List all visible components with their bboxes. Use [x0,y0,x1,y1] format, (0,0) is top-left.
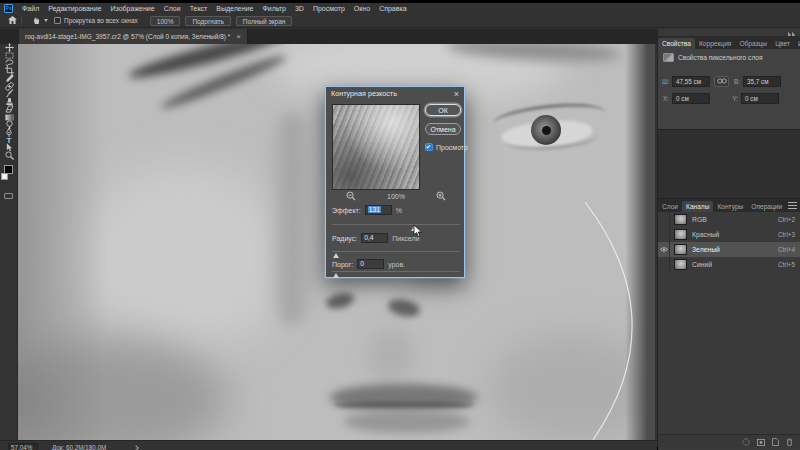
dialog-preview-image[interactable] [332,104,420,190]
threshold-input[interactable]: 0 [357,259,384,269]
panel-menu-icon[interactable] [788,202,797,209]
cancel-button[interactable]: Отмена [425,123,461,135]
status-bar: 57,04% Док: 60,2M/180,0M [0,440,657,450]
eye-icon[interactable] [658,242,670,257]
menu-layers[interactable]: Слои [164,5,181,12]
color-swatches [0,165,18,187]
zoom-100-button[interactable]: 100% [150,16,181,26]
background-color-swatch[interactable] [1,173,8,180]
marquee-tool[interactable] [0,52,18,60]
document-tab-bar: roq-avdl14-stage1-IMG_3957.cr2 @ 57% (Сл… [0,29,657,44]
zoom-tool[interactable] [0,152,18,160]
app-root: Ps Файл Редактирование Изображение Слои … [0,3,800,444]
new-channel-icon[interactable] [772,432,779,450]
channel-name: RGB [692,216,707,223]
channel-thumbnail [674,259,687,270]
properties-header: Свойства пиксельного слоя [678,54,763,61]
menu-file[interactable]: Файл [22,5,39,12]
dialog-title-bar[interactable]: Контурная резкость × [326,87,464,100]
properties-tab-bar: Свойства Коррекция Образцы Цвет История [658,36,800,49]
amount-unit: % [396,207,402,214]
home-icon[interactable] [8,16,17,25]
height-label: В: [733,78,740,85]
channel-row-rgb[interactable]: RGB Ctrl+2 [658,212,800,227]
move-tool[interactable] [0,44,18,52]
eraser-tool[interactable] [0,106,18,114]
visibility-cell[interactable] [658,212,670,227]
menu-view[interactable]: Просмотр [313,5,345,12]
status-chevron-icon[interactable] [134,445,140,450]
tab-properties[interactable]: Свойства [658,38,695,49]
menu-filter[interactable]: Фильтр [262,5,286,12]
status-zoom-field[interactable]: 57,04% [8,443,38,450]
channel-thumbnail [674,214,687,225]
photoshop-window: Ps Файл Редактирование Изображение Слои … [0,0,800,450]
x-label: X: [662,95,669,102]
visibility-cell[interactable] [658,227,670,242]
channel-thumbnail [674,244,687,255]
dialog-close-icon[interactable]: × [454,89,459,99]
scroll-all-windows-checkbox[interactable] [54,17,61,24]
tab-actions[interactable]: Операции [747,201,786,212]
channel-shortcut: Ctrl+4 [778,246,795,253]
tab-color[interactable]: Цвет [771,38,794,49]
channel-row-blue[interactable]: Синий Ctrl+5 [658,257,800,272]
zoom-out-icon[interactable] [346,191,356,201]
link-dimensions-icon[interactable] [714,76,729,87]
ok-button[interactable]: ОК [425,104,461,116]
tab-swatches[interactable]: Образцы [735,38,771,49]
menu-window[interactable]: Окно [354,5,370,12]
menu-3d[interactable]: 3D [295,5,304,12]
amount-value: 131 [368,206,381,213]
amount-slider[interactable] [332,223,460,231]
load-selection-icon[interactable] [742,432,750,450]
tab-adjustments[interactable]: Коррекция [695,38,735,49]
radius-slider-handle[interactable] [333,253,339,258]
zoom-in-icon[interactable] [436,191,446,201]
chevron-down-icon[interactable] [44,19,48,22]
hand-tool-icon[interactable] [32,16,41,26]
amount-input[interactable]: 131 [365,205,392,215]
dialog-title: Контурная резкость [331,89,397,98]
threshold-slider[interactable] [332,270,460,278]
delete-channel-icon[interactable] [786,432,793,450]
tools-panel: T [0,44,18,440]
channel-row-red[interactable]: Красный Ctrl+3 [658,227,800,242]
menu-type[interactable]: Текст [190,5,208,12]
height-field[interactable]: 35,7 см [743,76,781,87]
tab-history[interactable]: История [794,38,800,49]
x-field[interactable]: 0 см [672,93,710,104]
visibility-cell[interactable] [658,257,670,272]
menu-help[interactable]: Справка [379,5,406,12]
radius-slider[interactable] [332,250,460,258]
right-panel: Свойства Коррекция Образцы Цвет История … [657,29,800,447]
path-curve-overlay [563,202,655,440]
save-selection-icon[interactable] [757,432,765,450]
preview-checkbox[interactable] [425,143,433,151]
channels-panel-body: RGB Ctrl+2 Красный Ctrl+3 Зеленый Ctrl+4 [658,212,800,450]
menu-select[interactable]: Выделение [216,5,253,12]
menu-bar: Ps Файл Редактирование Изображение Слои … [0,3,800,14]
radius-label: Радиус: [332,235,357,242]
tab-paths[interactable]: Контуры [713,201,747,212]
document-size-info[interactable]: Док: 60,2M/180,0M [52,444,106,450]
channel-row-green[interactable]: Зеленый Ctrl+4 [658,242,800,257]
threshold-label: Порог: [332,261,353,268]
menu-edit[interactable]: Редактирование [48,5,101,12]
close-tab-icon[interactable]: × [236,32,241,41]
channel-thumbnail [674,229,687,240]
tab-channels[interactable]: Каналы [682,201,713,212]
fit-screen-button[interactable]: Подогнать [185,16,230,26]
menu-image[interactable]: Изображение [111,5,155,12]
threshold-unit: уров. [388,261,405,268]
document-tab[interactable]: roq-avdl14-stage1-IMG_3957.cr2 @ 57% (Сл… [19,29,248,44]
clone-stamp-tool[interactable] [0,98,18,106]
width-field[interactable]: 47,55 см [672,76,710,87]
y-field[interactable]: 0 см [741,93,779,104]
radius-input[interactable]: 0,4 [361,233,388,243]
fill-screen-button[interactable]: Полный экран [236,16,293,26]
threshold-slider-handle[interactable] [333,273,339,278]
channel-name: Красный [692,231,719,238]
quick-mask-icon[interactable] [4,193,13,199]
tab-layers[interactable]: Слои [658,201,682,212]
